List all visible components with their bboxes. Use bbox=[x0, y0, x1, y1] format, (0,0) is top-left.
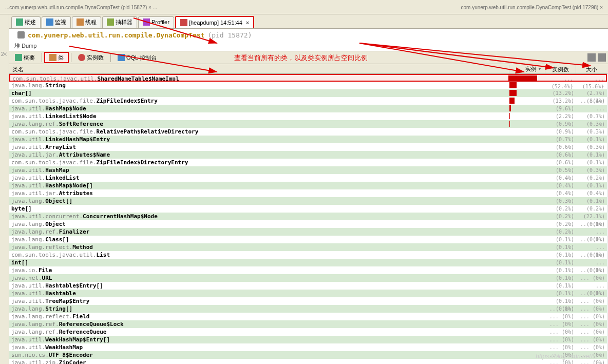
tab--[interactable]: 抽样器 bbox=[102, 16, 137, 28]
class-name-cell: com.sun.tools.javac.file.RelativePath$Re… bbox=[9, 128, 509, 136]
table-row[interactable]: java.io.File... (0.1%)... (0%) bbox=[9, 266, 607, 274]
class-name-cell: java.util.Hashtable bbox=[9, 290, 509, 297]
instance-bar-cell bbox=[509, 97, 545, 105]
table-row[interactable]: java.util.HashMap$Node[]... (0.4%)... (0… bbox=[9, 182, 607, 189]
instance-pct-cell: ... (0.6%) bbox=[545, 151, 576, 159]
instance-pct-cell: ... (0.4%) bbox=[545, 182, 576, 189]
size-pct-cell: ... (15.6%) bbox=[575, 75, 606, 81]
table-row[interactable]: java.util.zip.ZipCoder... (0%)... (0%) bbox=[9, 359, 607, 364]
class-name-cell: com.sun.tools.javac.file.ZipFileIndex$En… bbox=[9, 97, 509, 105]
table-row[interactable]: java.util.HashMap... (0.4%)... (0.2%) bbox=[9, 166, 607, 174]
table-row[interactable]: java.lang.Object[]... (0.2%)... (0.2%) bbox=[9, 197, 607, 205]
table-row[interactable]: java.lang.reflect.Method... (0.1%)... (0… bbox=[9, 243, 607, 251]
instance-pct-cell: ... (0%) bbox=[545, 328, 576, 336]
size-pct-cell: ... (0.1%) bbox=[576, 189, 607, 197]
tab-profiler[interactable]: Profiler bbox=[138, 16, 174, 28]
table-row[interactable]: java.lang.ref.ReferenceQueue... (0%)... … bbox=[9, 328, 607, 336]
tab-truncated-left[interactable]: ...com.yunerp.web.util.run.compile.DynaC… bbox=[2, 5, 160, 10]
table-row[interactable]: java.util.HashMap$Node... (2.2%)... (0.7… bbox=[9, 105, 607, 112]
instance-pct-cell: ... (0.2%) bbox=[545, 213, 576, 220]
table-row[interactable]: java.util.jar.Attributes$Name... (0.6%).… bbox=[9, 151, 607, 159]
table-row[interactable]: java.util.WeakHashMap... (0%)... (0%) bbox=[9, 343, 607, 351]
instance-bar-cell bbox=[509, 343, 545, 351]
tab-label: 监视 bbox=[55, 18, 66, 26]
process-pid: (pid 15872) bbox=[207, 31, 252, 39]
table-row[interactable]: com.sun.tools.javac.file.RelativePath$Re… bbox=[9, 128, 607, 136]
threads-icon bbox=[77, 18, 84, 26]
table-row[interactable]: java.lang.String... (13.2%)... (2.7%) bbox=[9, 82, 607, 89]
table-row[interactable]: java.net.URL... (0.1%)... (0%) bbox=[9, 274, 607, 282]
table-row[interactable]: com.sun.tools.javac.file.ZipFileIndex$Di… bbox=[9, 159, 607, 166]
table-row[interactable]: java.util.Hashtable... (0.1%)... (0%) bbox=[9, 290, 607, 297]
size-pct-cell: ... (0.1%) bbox=[576, 259, 607, 266]
instance-pct-cell: ... (0.2%) bbox=[545, 205, 576, 213]
instance-bar-cell bbox=[509, 128, 545, 136]
instance-pct-cell: ... (0%) bbox=[545, 320, 576, 328]
close-icon[interactable]: × bbox=[246, 20, 249, 26]
table-row[interactable]: com.sun.tools.javac.util.SharedNameTable… bbox=[9, 74, 607, 82]
table-row[interactable]: java.util.jar.Attributes... (0.3%)... (0… bbox=[9, 189, 607, 197]
table-row[interactable]: java.lang.String[]... (0%)... (0%) bbox=[9, 305, 607, 313]
col-size[interactable]: 大小 bbox=[576, 65, 607, 73]
table-row[interactable]: java.lang.ref.ReferenceQueue$Lock... (0%… bbox=[9, 320, 607, 328]
view-tabs: 概述监视线程抽样器Profiler[heapdump] 14:51:44× bbox=[9, 14, 608, 29]
overview-icon bbox=[16, 18, 23, 26]
table-row[interactable]: java.util.LinkedHashMap$Entry... (0.6%).… bbox=[9, 136, 607, 143]
class-name-cell: java.util.Hashtable$Entry[] bbox=[9, 282, 509, 290]
instance-bar-cell bbox=[509, 105, 545, 112]
size-pct-cell: ... (0.1%) bbox=[576, 213, 607, 220]
table-row[interactable]: java.util.TreeMap$Entry... (0.1%)... (0%… bbox=[9, 297, 607, 305]
summary-button[interactable]: 概要 bbox=[10, 52, 40, 63]
col-count[interactable]: 实例数 bbox=[545, 65, 576, 73]
separator bbox=[42, 53, 42, 62]
table-row[interactable]: java.lang.Object... (0.2%)... (0%) bbox=[9, 220, 607, 228]
instance-pct-cell: ... (0.2%) bbox=[545, 220, 576, 228]
tab--[interactable]: 线程 bbox=[72, 16, 101, 28]
table-row[interactable]: sun.nio.cs.UTF_8$Encoder... (0%)... (0%) bbox=[9, 351, 607, 359]
tab--[interactable]: 概述 bbox=[11, 16, 41, 28]
instance-bar-cell bbox=[509, 251, 545, 259]
table-row[interactable]: byte[]... (0.2%)... (22.1%) bbox=[9, 205, 607, 213]
table-row[interactable]: com.sun.tools.javac.file.ZipFileIndex$En… bbox=[9, 97, 607, 105]
instance-bar-cell bbox=[509, 282, 545, 290]
table-body[interactable]: com.sun.tools.javac.util.SharedNameTable… bbox=[9, 74, 607, 364]
table-row[interactable]: java.util.LinkedList$Node... (0.9%)... (… bbox=[9, 112, 607, 120]
col-instances[interactable]: 实例▼ bbox=[509, 65, 545, 73]
watermark: https://blog.csdn.net/... bbox=[536, 353, 598, 360]
refresh-icon[interactable] bbox=[587, 53, 596, 62]
instance-pct-cell: ... (0%) bbox=[545, 305, 576, 313]
instances-button[interactable]: 实例数 bbox=[73, 52, 108, 63]
size-pct-cell: ... (8.1%) bbox=[576, 89, 607, 97]
table-row[interactable]: java.lang.ref.Finalizer... (0.1%)... (0.… bbox=[9, 228, 607, 236]
export-icon[interactable] bbox=[598, 53, 606, 62]
tab-label: 抽样器 bbox=[116, 18, 132, 26]
class-name-cell: com.sun.tools.javac.file.ZipFileIndex$Di… bbox=[9, 159, 509, 166]
table-row[interactable]: java.lang.reflect.Field... (0%)... (0%) bbox=[9, 313, 607, 320]
size-pct-cell: ... (0%) bbox=[576, 313, 607, 320]
tab--heapdump-14-51-44[interactable]: [heapdump] 14:51:44× bbox=[175, 16, 254, 28]
size-pct-cell: ... (0%) bbox=[576, 328, 607, 336]
table-row[interactable]: java.lang.Class[]... (0.1%)... (0%) bbox=[9, 236, 607, 243]
tab-truncated-right[interactable]: com.yunerp.web.util.run.compile.DynaComp… bbox=[458, 5, 606, 10]
instance-bar-cell bbox=[509, 266, 545, 274]
instance-bar-cell bbox=[509, 151, 545, 159]
class-name-cell: java.util.HashMap bbox=[9, 166, 509, 174]
col-classname[interactable]: 类名 bbox=[9, 65, 509, 73]
table-row[interactable]: java.util.WeakHashMap$Entry[]... (0%)...… bbox=[9, 336, 607, 343]
table-row[interactable]: com.sun.tools.javac.util.List... (0.1%).… bbox=[9, 251, 607, 259]
table-row[interactable]: java.util.LinkedList... (0.4%)... (0.1%) bbox=[9, 174, 607, 182]
table-row[interactable]: java.util.ArrayList... (0.6%)... (0.1%) bbox=[9, 143, 607, 151]
table-row[interactable]: java.util.Hashtable$Entry[]... (0.1%)...… bbox=[9, 282, 607, 290]
oql-button[interactable]: OQL 控制台 bbox=[113, 52, 161, 63]
table-row[interactable]: int[]... (0.1%)... (0.1%) bbox=[9, 259, 607, 266]
editor-tabs: ...com.yunerp.web.util.run.compile.DynaC… bbox=[0, 0, 608, 14]
tab--[interactable]: 监视 bbox=[42, 16, 71, 28]
table-row[interactable]: java.lang.ref.SoftReference... (0.9%)...… bbox=[9, 120, 607, 128]
classes-button[interactable]: 类 bbox=[44, 52, 69, 63]
class-name-cell: java.lang.Object bbox=[9, 220, 509, 228]
class-name-cell: java.lang.String bbox=[9, 82, 509, 89]
instance-pct-cell: ... (0.2%) bbox=[545, 197, 576, 205]
instance-bar-cell bbox=[509, 189, 545, 197]
table-row[interactable]: char[]... (13.2%)... (8.1%) bbox=[9, 89, 607, 97]
table-row[interactable]: java.util.concurrent.ConcurrentHashMap$N… bbox=[9, 213, 607, 220]
